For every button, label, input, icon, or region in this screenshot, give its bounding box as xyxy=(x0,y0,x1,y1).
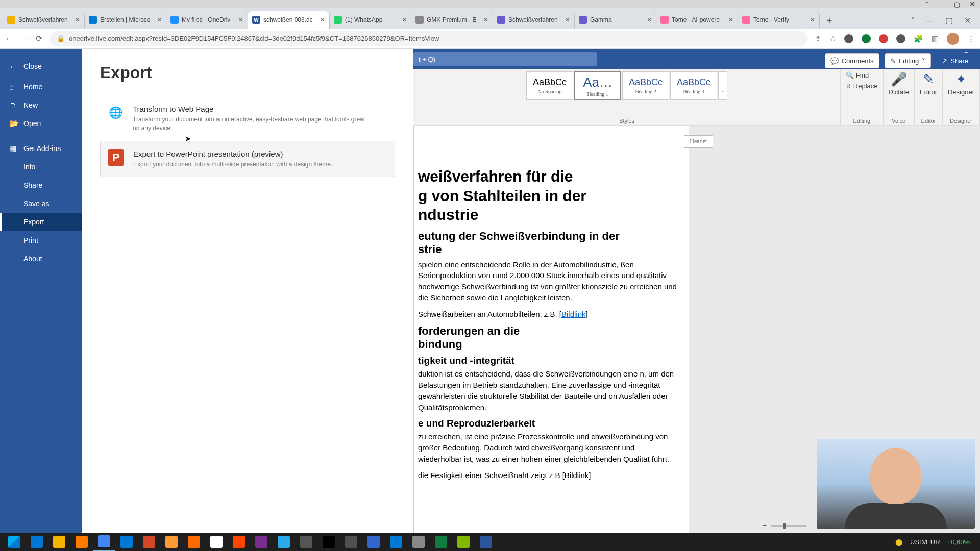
tab-close-icon[interactable]: ✕ xyxy=(728,16,733,23)
extension-icon[interactable] xyxy=(879,34,888,43)
taskbar-app-icon[interactable] xyxy=(430,533,452,551)
taskbar-app-icon[interactable] xyxy=(183,533,205,551)
share-button[interactable]: ↗ Share xyxy=(936,53,974,68)
taskbar-app-icon[interactable] xyxy=(250,533,273,551)
replace-button[interactable]: ⤭ Replace xyxy=(846,82,877,90)
browser-tab[interactable]: GMX Premium - E ✕ xyxy=(411,11,493,29)
taskbar-app-icon[interactable] xyxy=(475,533,497,551)
dictate-button[interactable]: 🎤Dictate xyxy=(889,71,909,96)
taskbar-app-icon[interactable] xyxy=(48,533,70,551)
taskbar-app-icon[interactable] xyxy=(273,533,295,551)
backstage-nav-close[interactable]: ←Close xyxy=(0,55,82,78)
window-minimize-button[interactable]: — xyxy=(938,1,945,8)
window-minimize-button[interactable]: — xyxy=(926,16,934,26)
taskbar-app-icon[interactable] xyxy=(138,533,160,551)
header-chip[interactable]: Header xyxy=(684,135,713,148)
taskbar-app-icon[interactable] xyxy=(160,533,183,551)
window-close-button[interactable]: ✕ xyxy=(969,0,976,9)
nav-reload-button[interactable]: ⟳ xyxy=(36,34,42,43)
browser-menu-icon[interactable]: ⋮ xyxy=(967,34,975,43)
browser-tab[interactable]: Schweißverfahren ✕ xyxy=(3,11,85,29)
extension-icon[interactable] xyxy=(844,34,853,43)
zoom-slider[interactable] xyxy=(771,525,806,527)
taskbar-app-icon[interactable] xyxy=(26,533,48,551)
backstage-nav-saveas[interactable]: Save as xyxy=(0,194,82,213)
nav-forward-button[interactable]: → xyxy=(20,34,29,43)
tab-close-icon[interactable]: ✕ xyxy=(75,16,80,23)
backstage-nav-home[interactable]: ⌂Home xyxy=(0,78,82,96)
share-icon[interactable]: ⇪ xyxy=(815,34,821,43)
designer-button[interactable]: ✦Designer xyxy=(948,71,974,96)
taskbar-app-icon[interactable] xyxy=(385,533,407,551)
taskbar-app-icon[interactable] xyxy=(70,533,93,551)
new-tab-button[interactable]: + xyxy=(822,13,837,29)
export-option[interactable]: 🌐 Transform to Web Page Transform your d… xyxy=(100,96,395,141)
tab-chevron-icon[interactable]: ˅ xyxy=(911,16,915,26)
browser-tab[interactable]: (1) WhatsApp ✕ xyxy=(330,11,411,29)
backstage-nav-about[interactable]: About xyxy=(0,249,82,268)
window-close-button[interactable]: ✕ xyxy=(964,16,971,26)
extensions-menu-icon[interactable]: 🧩 xyxy=(914,34,923,43)
tab-close-icon[interactable]: ✕ xyxy=(810,16,815,23)
tab-dropdown-icon[interactable]: ˅ xyxy=(925,1,929,8)
browser-tab[interactable]: schweißen 003.dc ✕ xyxy=(248,11,330,29)
tab-close-icon[interactable]: ✕ xyxy=(647,16,652,23)
backstage-nav-open[interactable]: 📂Open xyxy=(0,114,82,133)
tab-close-icon[interactable]: ✕ xyxy=(157,16,162,23)
doc-link[interactable]: Bildlink xyxy=(561,310,586,318)
browser-tab[interactable]: Tome - Verify ✕ xyxy=(738,11,820,29)
editor-button[interactable]: ✎Editor xyxy=(920,71,937,96)
tray-icon[interactable]: ⬤ xyxy=(895,538,903,546)
backstage-nav-print[interactable]: Print xyxy=(0,231,82,249)
taskbar-app-icon[interactable] xyxy=(295,533,317,551)
backstage-nav-export[interactable]: Export xyxy=(0,213,82,231)
extension-icon[interactable] xyxy=(862,34,871,43)
start-button[interactable] xyxy=(3,533,26,551)
taskbar-app-icon[interactable] xyxy=(340,533,362,551)
styles-more-button[interactable]: ˅ xyxy=(718,71,727,100)
side-panel-icon[interactable]: ▥ xyxy=(932,34,939,43)
nav-back-button[interactable]: ← xyxy=(5,34,13,43)
zoom-out-icon[interactable]: − xyxy=(763,521,767,530)
window-maximize-button[interactable]: ▢ xyxy=(954,1,960,8)
word-search-box[interactable]: t + Q) xyxy=(413,52,597,66)
taskbar-app-icon[interactable] xyxy=(115,533,138,551)
style-option[interactable]: AaBbCcHeading 2 xyxy=(622,71,669,100)
taskbar-app-icon[interactable] xyxy=(452,533,475,551)
backstage-nav-share[interactable]: Share xyxy=(0,176,82,194)
address-bar[interactable]: 🔒 onedrive.live.com/edit.aspx?resid=3DE0… xyxy=(50,31,807,46)
style-option[interactable]: AaBbCcNo Spacing xyxy=(526,71,573,100)
taskbar-app-icon[interactable] xyxy=(205,533,228,551)
extension-icon[interactable] xyxy=(896,34,905,43)
tab-close-icon[interactable]: ✕ xyxy=(402,16,407,23)
tab-close-icon[interactable]: ✕ xyxy=(238,16,243,23)
find-button[interactable]: 🔍 Find xyxy=(846,71,869,79)
taskbar-app-icon[interactable] xyxy=(317,533,340,551)
browser-tab[interactable]: My files - OneDriv ✕ xyxy=(166,11,248,29)
style-option[interactable]: AaBbCcHeading 3 xyxy=(670,71,717,100)
bookmark-icon[interactable]: ☆ xyxy=(829,34,836,43)
currency-pair[interactable]: USD/EUR xyxy=(910,538,940,546)
taskbar-app-icon[interactable] xyxy=(93,533,115,551)
tab-close-icon[interactable]: ✕ xyxy=(565,16,570,23)
style-option[interactable]: Aa…Heading 1 xyxy=(574,71,621,100)
tab-close-icon[interactable]: ✕ xyxy=(483,16,488,23)
window-maximize-button[interactable]: ▢ xyxy=(945,16,953,26)
browser-tab[interactable]: Schweißverfahren ✕ xyxy=(493,11,575,29)
profile-avatar[interactable] xyxy=(947,33,959,45)
taskbar-app-icon[interactable] xyxy=(228,533,250,551)
backstage-nav-new[interactable]: 🗋New xyxy=(0,96,82,114)
export-option[interactable]: P Export to PowerPoint presentation (pre… xyxy=(100,141,395,178)
comments-button[interactable]: 💬 Comments xyxy=(825,53,879,68)
tab-close-icon[interactable]: ✕ xyxy=(320,16,325,23)
browser-tab[interactable]: Tome - AI-powere ✕ xyxy=(656,11,738,29)
zoom-control[interactable]: − xyxy=(763,521,806,530)
taskbar-app-icon[interactable] xyxy=(407,533,430,551)
taskbar-app-icon[interactable] xyxy=(362,533,385,551)
backstage-nav-addins[interactable]: ▦Get Add-ins xyxy=(0,139,82,158)
backstage-nav-info[interactable]: Info xyxy=(0,158,82,176)
browser-tab[interactable]: Gamma ✕ xyxy=(575,11,656,29)
editing-mode-button[interactable]: ✎ Editing ˅ xyxy=(885,53,932,68)
browser-tab[interactable]: Erstellen | Microso ✕ xyxy=(85,11,166,29)
tab-label: Erstellen | Microso xyxy=(100,16,154,23)
